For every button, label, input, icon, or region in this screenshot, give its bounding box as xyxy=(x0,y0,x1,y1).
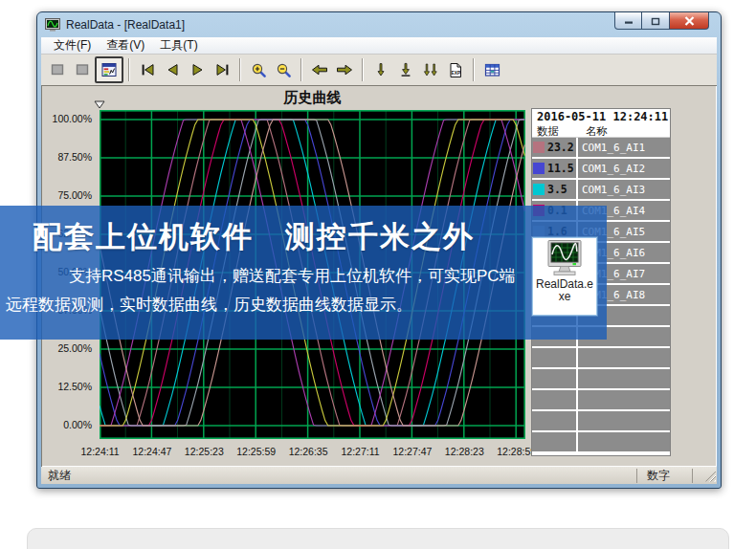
row-name: COM1_6_AI3 xyxy=(578,180,670,199)
status-mode: 数字 xyxy=(636,469,692,483)
row-value: 11.5 xyxy=(547,162,574,175)
table-row[interactable]: 3.5COM1_6_AI3 xyxy=(532,180,670,199)
row-name: COM1_6_AI2 xyxy=(578,159,670,178)
y-tick-label: 75.00% xyxy=(41,189,92,202)
cursor-drop-icon xyxy=(398,62,413,77)
resize-grip[interactable] xyxy=(692,469,717,483)
cursor-timestamp: 2016-05-11 12:24:11 xyxy=(532,109,670,124)
restore-icon xyxy=(651,16,661,26)
toolbar: EXP xyxy=(41,55,717,85)
y-tick-label: 25.00% xyxy=(41,342,92,355)
menu-bar: 文件(F) 查看(V) 工具(T) xyxy=(41,37,717,55)
icon-label-line2: xe xyxy=(559,291,571,303)
row-value-cell: 11.5 xyxy=(532,159,576,178)
zoom-in-button[interactable] xyxy=(246,57,271,82)
row-value-cell xyxy=(532,348,576,367)
table-row-empty[interactable] xyxy=(532,348,670,367)
series-color-swatch xyxy=(533,142,545,153)
toolbar-separator xyxy=(362,58,364,81)
row-value-cell xyxy=(532,411,576,430)
blank-button-2[interactable] xyxy=(70,57,95,82)
row-value-cell xyxy=(532,432,576,451)
table-row-empty[interactable] xyxy=(532,369,670,388)
chart-view-button[interactable] xyxy=(95,56,123,83)
table-row-empty[interactable] xyxy=(532,411,670,430)
table-row-empty[interactable] xyxy=(532,390,670,409)
export-button[interactable]: EXP xyxy=(443,57,468,82)
minimize-button[interactable] xyxy=(614,12,642,30)
row-value-cell xyxy=(532,390,576,409)
status-bar: 就绪 数字 xyxy=(41,467,717,484)
menu-file[interactable]: 文件(F) xyxy=(47,36,98,55)
row-value-cell: 3.5 xyxy=(532,180,576,199)
chart-title: 历史曲线 xyxy=(100,89,525,107)
restore-button[interactable] xyxy=(642,12,669,30)
x-tick-label: 12:27:11 xyxy=(334,446,387,457)
x-tick-label: 12:24:47 xyxy=(125,446,178,457)
monitor-icon xyxy=(543,240,587,278)
minimize-icon xyxy=(624,17,634,25)
window-title: RealData - [RealData1] xyxy=(66,18,185,32)
menu-tools[interactable]: 工具(T) xyxy=(153,36,204,55)
zoom-in-icon xyxy=(251,62,267,78)
go-previous-icon xyxy=(165,62,181,77)
export-glyph: EXP xyxy=(452,70,461,75)
go-next-button[interactable] xyxy=(185,57,210,82)
row-value: 23.2 xyxy=(547,141,574,154)
cursor-drop-button[interactable] xyxy=(393,57,418,82)
column-header-name: 名称 xyxy=(580,124,608,137)
promo-body-line2: 远程数据观测，实时数据曲线，历史数据曲线数据显示。 xyxy=(6,294,412,316)
toolbar-separator xyxy=(239,58,241,81)
pan-left-icon xyxy=(311,62,328,77)
row-name xyxy=(578,348,670,367)
cursor-down-button[interactable] xyxy=(368,57,393,82)
promo-body-line1: 支持RS485通讯输出，赠送配套专用上位机软件，可实现PC端 xyxy=(69,265,516,287)
screenshot-root: RealData - [RealData1] 文件(F) 查看(V) 工 xyxy=(0,0,756,549)
data-grid-button[interactable] xyxy=(479,57,504,82)
go-first-button[interactable] xyxy=(135,57,160,82)
page-section-below xyxy=(27,528,729,549)
blank-button-1[interactable] xyxy=(45,57,70,82)
cursor-double-down-button[interactable] xyxy=(418,57,443,82)
row-name xyxy=(578,432,670,451)
close-button[interactable] xyxy=(669,12,709,30)
x-tick-label: 12:25:23 xyxy=(178,446,231,457)
y-tick-label: 87.50% xyxy=(41,151,92,164)
pan-left-button[interactable] xyxy=(307,57,332,82)
realdata-exe-icon[interactable]: RealData.e xe xyxy=(532,237,597,316)
table-row[interactable]: 11.5COM1_6_AI2 xyxy=(532,159,670,178)
toolbar-separator xyxy=(300,58,302,81)
blank-icon xyxy=(50,62,65,77)
cursor-double-down-icon xyxy=(422,62,439,77)
go-first-icon xyxy=(140,62,156,77)
row-value-cell: 23.2 xyxy=(532,138,576,157)
menu-view[interactable]: 查看(V) xyxy=(100,36,151,55)
x-tick-label: 12:25:59 xyxy=(230,446,282,457)
chart-view-icon xyxy=(101,62,117,77)
table-row-empty[interactable] xyxy=(532,432,670,451)
window-controls xyxy=(614,12,709,30)
toolbar-separator xyxy=(473,58,475,81)
x-tick-label: 12:28:23 xyxy=(438,446,491,457)
y-tick-label: 100.00% xyxy=(41,113,92,125)
column-header-value: 数据 xyxy=(532,124,580,137)
pan-right-button[interactable] xyxy=(332,57,357,82)
row-value-cell xyxy=(532,369,576,388)
data-grid-icon xyxy=(484,62,500,77)
row-name: COM1_6_AI1 xyxy=(578,138,670,157)
pan-right-icon xyxy=(336,62,353,77)
toolbar-separator xyxy=(128,58,130,81)
x-tick-label: 12:26:35 xyxy=(282,446,335,457)
promo-heading: 配套上位机软件 测控千米之外 xyxy=(33,217,475,257)
zoom-out-button[interactable] xyxy=(271,57,296,82)
go-last-button[interactable] xyxy=(210,57,234,82)
title-bar[interactable]: RealData - [RealData1] xyxy=(37,12,721,37)
row-value: 3.5 xyxy=(547,183,567,196)
table-row[interactable]: 23.2COM1_6_AI1 xyxy=(532,138,670,157)
x-tick-label: 12:27:47 xyxy=(386,446,438,457)
go-previous-button[interactable] xyxy=(160,57,185,82)
go-next-icon xyxy=(189,62,206,77)
cursor-down-icon xyxy=(373,62,389,77)
series-color-swatch xyxy=(533,163,545,174)
blank-icon xyxy=(75,62,90,77)
